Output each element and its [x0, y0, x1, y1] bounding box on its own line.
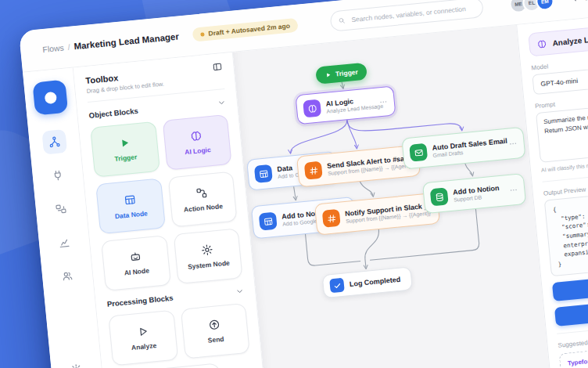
- settings-gear-icon: [70, 363, 83, 368]
- generate-button[interactable]: Generate: [565, 0, 588, 6]
- toolbox-header: Toolbox Drag & drop block to edit flow.: [85, 63, 224, 103]
- slack-hash-icon: [322, 209, 341, 228]
- settings-button[interactable]: [63, 357, 89, 368]
- avatar-group: ME EL EM: [508, 0, 554, 13]
- rail-item-integrations[interactable]: [45, 163, 71, 189]
- toolbox-block-trigger[interactable]: Trigger: [90, 121, 160, 178]
- toolbox-block-data-node[interactable]: Data Node: [95, 178, 165, 234]
- rail-item-flows[interactable]: [41, 129, 67, 155]
- check-icon: [329, 278, 345, 294]
- processing-blocks-grid: Analyze Send Update: [108, 303, 255, 368]
- breadcrumb: Flows / Marketing Lead Manager: [42, 31, 180, 54]
- toolbox-block-ai-node[interactable]: AI Node: [101, 235, 170, 291]
- suggested-flow-label: Suggested Flow: [558, 322, 588, 348]
- play-icon: [117, 136, 131, 150]
- generate-label: Generate: [583, 0, 588, 2]
- rail-item-analytics[interactable]: [52, 229, 77, 255]
- brain-icon: [536, 38, 547, 49]
- node-menu-icon[interactable]: [508, 139, 518, 148]
- search-bar[interactable]: [329, 0, 484, 32]
- section-label: Processing Blocks: [106, 294, 174, 308]
- plug-icon: [51, 168, 64, 182]
- action-icon: [195, 186, 208, 200]
- toolbox-block-update[interactable]: Update: [145, 363, 223, 368]
- play-outline-icon: [136, 325, 149, 338]
- inspector-title: Analyze Lead Message: [552, 31, 588, 47]
- table-icon: [259, 212, 278, 231]
- toolbox-block-send[interactable]: Send: [180, 303, 249, 359]
- toolbox-block-system-node[interactable]: System Node: [173, 228, 242, 284]
- slack-hash-icon: [304, 161, 323, 180]
- search-input[interactable]: [350, 3, 475, 24]
- rail-item-users[interactable]: [55, 263, 81, 289]
- node-title: Trigger: [335, 68, 359, 78]
- section-label: Object Blocks: [88, 106, 138, 120]
- collapse-panel-icon[interactable]: [212, 61, 223, 72]
- block-label: System Node: [188, 259, 231, 271]
- brain-icon: [189, 129, 203, 143]
- block-label: Data Node: [114, 209, 148, 220]
- block-label: Trigger: [114, 153, 138, 163]
- analytics-icon: [57, 236, 70, 249]
- play-icon: [324, 70, 332, 78]
- autosave-status-badge: Draft + Autosaved 2m ago: [192, 18, 299, 42]
- table-icon: [123, 193, 136, 207]
- node-title: Log Completed: [349, 276, 400, 288]
- block-label: Action Node: [184, 202, 224, 214]
- breadcrumb-separator: /: [67, 42, 70, 52]
- sparkle-icon: [571, 0, 580, 3]
- toolbox-block-ai-logic[interactable]: AI Logic: [162, 114, 231, 171]
- flow-canvas[interactable]: Trigger AI Logic Analyze Lead Message Da…: [233, 25, 558, 368]
- app-logo[interactable]: [32, 80, 68, 116]
- toolbox-block-action-node[interactable]: Action Node: [167, 171, 237, 228]
- block-label: AI Node: [124, 266, 149, 276]
- block-label: AI Logic: [185, 146, 211, 156]
- model-value: GPT-4o-mini: [540, 77, 578, 88]
- users-icon: [61, 269, 74, 283]
- output-preview-label: Output Preview: [543, 171, 588, 197]
- node-menu-icon[interactable]: [378, 97, 388, 106]
- send-icon: [208, 318, 221, 331]
- avatar[interactable]: EM: [535, 0, 554, 11]
- breadcrumb-current: Marketing Lead Manager: [74, 31, 179, 51]
- toolbox-block-analyze[interactable]: Analyze: [108, 310, 177, 366]
- table-icon: [254, 164, 273, 183]
- object-blocks-grid: Trigger AI Logic Data Node Action Node A…: [90, 114, 242, 291]
- chevron-down-icon[interactable]: [235, 287, 245, 296]
- flow-icon: [48, 135, 61, 149]
- chevron-down-icon[interactable]: [217, 98, 226, 107]
- robot-icon: [128, 250, 142, 263]
- gear-icon: [200, 243, 213, 256]
- app-window: Flows / Marketing Lead Manager Draft + A…: [19, 0, 588, 368]
- block-label: Send: [207, 335, 224, 345]
- autosave-status-text: Draft + Autosaved 2m ago: [208, 22, 290, 38]
- node-menu-icon[interactable]: [509, 185, 518, 194]
- search-icon: [338, 16, 346, 25]
- app-logo-core: [44, 91, 56, 103]
- rail-item-boards[interactable]: [48, 197, 74, 222]
- block-label: Analyze: [131, 341, 157, 352]
- boards-icon: [54, 202, 67, 215]
- database-icon: [430, 187, 449, 206]
- breadcrumb-root[interactable]: Flows: [42, 43, 64, 55]
- status-dot: [200, 32, 204, 36]
- brain-icon: [303, 99, 321, 117]
- mail-icon: [409, 143, 428, 162]
